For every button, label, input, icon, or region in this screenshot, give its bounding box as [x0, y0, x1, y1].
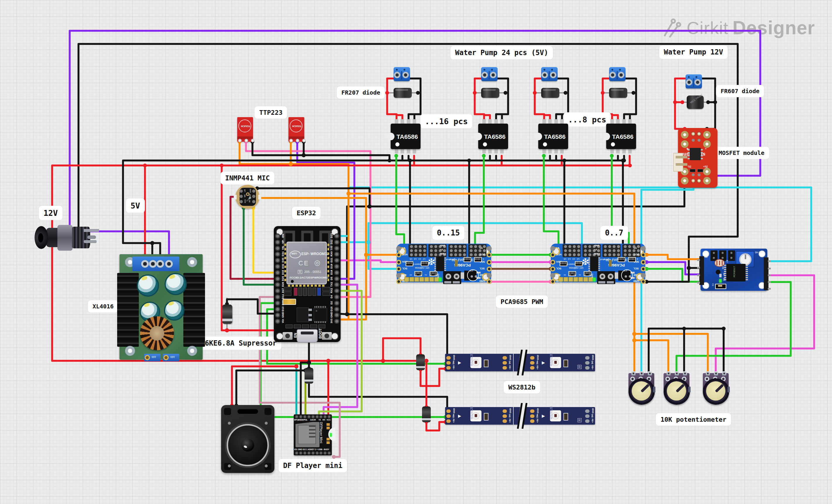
df-pin[interactable] [319, 451, 323, 455]
ta6586-chip[interactable]: TA6586 [606, 124, 636, 149]
address-pad[interactable] [409, 277, 414, 282]
mic-pad[interactable] [252, 189, 255, 193]
potentiometer-10k[interactable] [628, 371, 654, 406]
strip-pad[interactable] [585, 415, 590, 418]
df-pin[interactable] [311, 415, 315, 419]
side-pad-right[interactable] [487, 279, 492, 284]
wire[interactable] [383, 338, 420, 361]
address-pad[interactable] [578, 277, 583, 282]
note-label[interactable]: XL4016 [88, 300, 118, 313]
address-pad[interactable] [419, 277, 424, 282]
df-pin[interactable] [323, 451, 327, 455]
pca9685-board[interactable]: 1514131211109876543210GNDV+PWMV+V+VCCVCC… [397, 244, 491, 282]
side-pad-left[interactable] [396, 266, 401, 271]
esp-pin[interactable] [275, 258, 280, 263]
pot-terminal[interactable] [631, 371, 635, 375]
en-button[interactable] [283, 332, 292, 340]
note-label[interactable]: 0..7 [600, 226, 628, 240]
pot-terminal[interactable] [675, 371, 679, 375]
esp-pin[interactable] [275, 246, 280, 251]
strip-pad[interactable] [585, 409, 590, 413]
address-pad[interactable] [564, 277, 568, 282]
esp-pin[interactable] [334, 246, 339, 251]
ta6586-chip[interactable]: TA6586 [538, 124, 568, 149]
df-pin[interactable] [307, 451, 311, 455]
inline-diode[interactable] [422, 406, 431, 422]
power-terminal[interactable] [443, 271, 461, 284]
strip-pad[interactable] [530, 415, 535, 418]
side-pad-left[interactable] [396, 273, 401, 278]
strip-pad[interactable] [446, 366, 451, 370]
strip-pad[interactable] [446, 361, 451, 365]
ttp-pin[interactable] [244, 139, 248, 142]
esp-pin[interactable] [334, 288, 339, 293]
fr207-diode[interactable] [541, 88, 560, 98]
strip-pad[interactable] [502, 409, 507, 413]
ta6586-chip[interactable]: TA6586 [478, 124, 508, 149]
wire[interactable] [123, 160, 624, 263]
pot-terminal[interactable] [683, 371, 687, 375]
address-pad[interactable] [434, 277, 439, 282]
pwm-header[interactable] [409, 244, 427, 257]
esp-pin[interactable] [275, 276, 280, 282]
note-label[interactable]: MOSFET module [714, 147, 769, 159]
pot-knob[interactable] [664, 378, 690, 405]
ttp-pin[interactable] [302, 139, 306, 142]
strip-pad[interactable] [585, 361, 590, 365]
wire[interactable] [232, 366, 296, 406]
water-pump-connector[interactable] [541, 67, 557, 83]
fr207-diode[interactable] [481, 88, 499, 98]
df-pin[interactable] [328, 415, 331, 419]
side-pad-right[interactable] [487, 246, 492, 251]
wire[interactable] [634, 340, 668, 375]
note-label[interactable]: TTP223 [255, 106, 287, 119]
side-pad-left[interactable] [550, 253, 555, 258]
pwm-header[interactable] [468, 244, 487, 257]
df-pin[interactable] [328, 451, 331, 455]
ta6586-chip[interactable]: TA6586 [391, 124, 420, 149]
side-pad-left[interactable] [396, 246, 401, 251]
esp-pin[interactable] [334, 240, 339, 245]
df-pin[interactable] [311, 451, 315, 455]
esp-pin[interactable] [275, 264, 280, 269]
ttp-pin[interactable] [251, 139, 255, 142]
strip-pad[interactable] [502, 415, 507, 418]
pca9685-board[interactable]: 1514131211109876543210GNDV+PWMV+V+VCCVCC… [551, 244, 645, 282]
strip-pad[interactable] [530, 419, 535, 423]
note-label[interactable]: 0..15 [432, 226, 465, 240]
p6ke-suppressor[interactable] [222, 304, 232, 324]
pot-terminal[interactable] [648, 371, 652, 375]
esp-pin[interactable] [275, 319, 280, 324]
esp-pin[interactable] [275, 251, 280, 257]
note-label[interactable]: P6KE6.8A Supressor [196, 337, 281, 350]
pwm-header[interactable] [602, 244, 621, 257]
df-pin[interactable] [295, 415, 298, 419]
power-terminal[interactable] [597, 271, 615, 284]
pot-terminal[interactable] [722, 371, 726, 375]
side-pad-left[interactable] [396, 260, 401, 265]
df-pin[interactable] [295, 451, 298, 455]
esp-pin[interactable] [275, 307, 280, 312]
inline-diode[interactable] [305, 368, 313, 383]
wire[interactable] [622, 78, 636, 122]
fr207-diode[interactable] [394, 88, 412, 98]
df-pin[interactable] [303, 415, 307, 419]
side-pad-right[interactable] [487, 253, 492, 258]
water-pump-connector[interactable] [481, 67, 498, 83]
side-pad-right[interactable] [487, 273, 492, 278]
side-pad-right[interactable] [641, 273, 646, 278]
pwm-header[interactable] [448, 244, 467, 257]
pwm-header[interactable] [428, 244, 447, 257]
note-label[interactable]: ...16 pcs [420, 114, 472, 129]
ttp-pin[interactable] [296, 139, 299, 142]
header-p2[interactable] [764, 258, 769, 290]
pwm-header[interactable] [582, 244, 601, 257]
ws2812b-strip[interactable]: GNDDin+5V▶WS2812BGNDDO+5VGNDDin+5V▶WS281… [445, 407, 595, 425]
inline-diode[interactable] [416, 354, 425, 370]
pot-terminal[interactable] [640, 371, 644, 375]
address-pad[interactable] [583, 277, 588, 282]
xl4016-buck-converter[interactable]: 103103 [120, 254, 203, 360]
esp-pin[interactable] [275, 300, 280, 306]
wire[interactable] [649, 328, 724, 375]
df-pin[interactable] [319, 415, 323, 419]
